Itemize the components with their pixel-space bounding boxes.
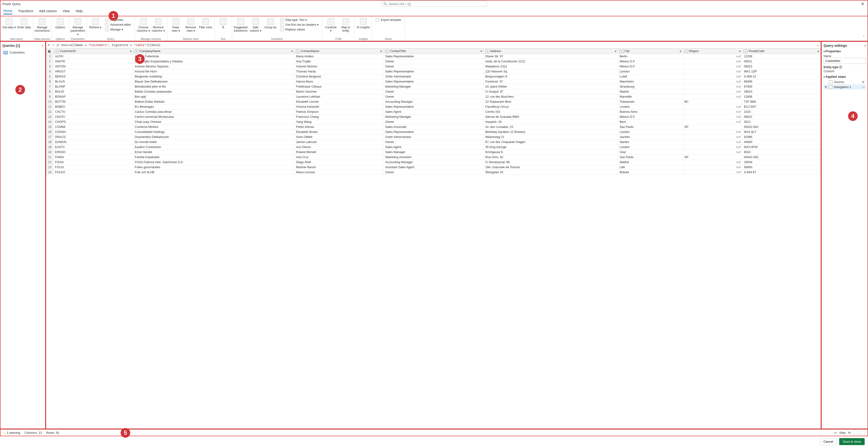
ribbon-btn-use-first-row-as-headers-[interactable]: Use first row as headers ▾ bbox=[279, 23, 320, 27]
cell[interactable]: Frédérique Citeaux bbox=[294, 84, 384, 89]
cell[interactable]: null bbox=[683, 150, 742, 155]
filter-icon[interactable]: ▾ bbox=[615, 49, 617, 53]
cell[interactable]: Antonio Moreno Taquería bbox=[133, 64, 294, 69]
cell[interactable]: London bbox=[618, 69, 683, 74]
cell[interactable]: Sales Representative bbox=[384, 79, 484, 84]
tab-transform[interactable]: Transform bbox=[18, 9, 33, 14]
table-row[interactable]: 22FISSAFISSA Fabrica Inter. Salchichas S… bbox=[46, 160, 821, 165]
row-number[interactable]: 8 bbox=[46, 89, 54, 94]
ribbon-btn-group-by[interactable]: Group by bbox=[263, 17, 278, 30]
row-number[interactable]: 23 bbox=[46, 165, 54, 170]
ribbon-btn-data-type-text-[interactable]: Data type: Text ▾ bbox=[279, 18, 320, 22]
cell[interactable]: null bbox=[683, 59, 742, 64]
cell[interactable]: Owner bbox=[384, 59, 484, 64]
ribbon-btn-remove-columns-[interactable]: Remove columns ▾ bbox=[151, 17, 165, 34]
cell[interactable]: 3012 bbox=[742, 119, 821, 125]
cell[interactable]: CHOPS bbox=[54, 119, 133, 125]
cell[interactable]: Diego Roel bbox=[294, 160, 384, 165]
cell[interactable]: 05022 bbox=[742, 114, 821, 119]
cell[interactable]: Sales Representative bbox=[384, 130, 484, 135]
tab-help[interactable]: Help bbox=[76, 9, 83, 14]
row-number[interactable]: 10 bbox=[46, 99, 54, 104]
cell[interactable]: Sierras de Granada 9993 bbox=[484, 114, 618, 119]
cell[interactable]: Roland Mendel bbox=[294, 150, 384, 155]
cell[interactable]: London bbox=[618, 145, 683, 150]
row-number[interactable]: 11 bbox=[46, 104, 54, 109]
cell[interactable]: null bbox=[683, 170, 742, 175]
cell[interactable]: Yang Wang bbox=[294, 119, 384, 125]
cell[interactable]: 67000 bbox=[742, 84, 821, 89]
cell[interactable]: 05023 bbox=[742, 64, 821, 69]
fx-icon[interactable]: fx bbox=[57, 43, 59, 47]
cell[interactable]: C/ Moralzarzal, 86 bbox=[484, 160, 618, 165]
cell[interactable]: Bern bbox=[618, 119, 683, 125]
cell[interactable]: WX1 6LT bbox=[742, 130, 821, 135]
cell[interactable]: 184, chaussée de Tournai bbox=[484, 165, 618, 170]
cell[interactable]: BOTTM bbox=[54, 99, 133, 104]
cell[interactable]: BOLID bbox=[54, 89, 133, 94]
cell[interactable]: Maria Larsson bbox=[294, 170, 384, 175]
cell[interactable]: London bbox=[618, 130, 683, 135]
collapse-settings-icon[interactable]: › bbox=[864, 44, 866, 47]
ribbon-btn-combine-[interactable]: Combine ▾ bbox=[323, 17, 338, 34]
diagram-view-icon[interactable]: ⇆ bbox=[848, 431, 851, 435]
cell[interactable]: 23 Tsawassen Blvd. bbox=[484, 99, 618, 104]
cell[interactable]: EASTC bbox=[54, 145, 133, 150]
cell[interactable]: Obere Str. 57 bbox=[484, 54, 618, 59]
ribbon-btn-get-data-[interactable]: Get data ▾ bbox=[2, 17, 16, 30]
filter-icon[interactable]: ▾ bbox=[291, 49, 293, 53]
table-row[interactable]: 5BERGSBerglunds snabbköpChristina Berglu… bbox=[46, 74, 821, 79]
cell[interactable]: EC2 5NT bbox=[742, 104, 821, 109]
table-row[interactable]: 9BONAPBon app'Laurence LebihanOwner12, r… bbox=[46, 94, 821, 99]
cell[interactable]: null bbox=[683, 130, 742, 135]
cell[interactable]: 13008 bbox=[742, 94, 821, 99]
table-row[interactable]: 19EASTCEastern ConnectionAnn DevonSales … bbox=[46, 145, 821, 150]
cell[interactable]: London bbox=[618, 104, 683, 109]
row-number[interactable]: 1 bbox=[46, 54, 54, 59]
tab-home[interactable]: Home bbox=[3, 9, 12, 14]
column-header-region[interactable]: ARegion▾ bbox=[683, 49, 742, 54]
row-number[interactable]: 9 bbox=[46, 94, 54, 99]
column-header-customerid[interactable]: ACustomerID▾ bbox=[54, 49, 133, 54]
cell[interactable]: Francisco Chang bbox=[294, 114, 384, 119]
cell[interactable]: Ana Trujillo Emparedados y helados bbox=[133, 59, 294, 64]
cell[interactable]: null bbox=[683, 165, 742, 170]
row-number[interactable]: 2 bbox=[46, 59, 54, 64]
ribbon-btn-filter-rows[interactable]: Filter rows bbox=[198, 17, 213, 30]
column-header-address[interactable]: AAddress▾ bbox=[484, 49, 618, 54]
cell[interactable]: Familia Arquibaldo bbox=[133, 155, 294, 160]
close-icon[interactable]: ✕ bbox=[860, 2, 866, 6]
cell[interactable]: Cactus Comidas para llevar bbox=[133, 109, 294, 114]
cell[interactable]: Order Administrator bbox=[384, 135, 484, 140]
table-row[interactable]: 10BOTTMBottom-Dollar MarketsElizabeth Li… bbox=[46, 99, 821, 104]
cell[interactable]: Patricio Simpson bbox=[294, 109, 384, 114]
cell[interactable]: CENTC bbox=[54, 114, 133, 119]
collapse-ribbon-icon[interactable]: ˄ bbox=[863, 35, 865, 39]
step-options-icon[interactable]: ▭ bbox=[862, 85, 865, 89]
filter-icon[interactable]: ▾ bbox=[739, 49, 741, 53]
cell[interactable]: S-958 22 bbox=[742, 74, 821, 79]
cell[interactable]: Blauer See Delikatessen bbox=[133, 79, 294, 84]
cell[interactable]: T2F 8M4 bbox=[742, 99, 821, 104]
table-row[interactable]: 15COMMIComércio MineiroPedro AfonsoSales… bbox=[46, 125, 821, 130]
cell[interactable]: Hauptstr. 29 bbox=[484, 119, 618, 125]
cell[interactable]: 05442-030 bbox=[742, 155, 821, 160]
row-number[interactable]: 18 bbox=[46, 140, 54, 145]
applied-step[interactable]: Source⚙ bbox=[824, 79, 866, 84]
ribbon-btn-properties[interactable]: Properties bbox=[104, 18, 132, 22]
cell[interactable]: BC bbox=[683, 99, 742, 104]
row-number[interactable]: 12 bbox=[46, 109, 54, 114]
cell[interactable]: Madrid bbox=[618, 160, 683, 165]
data-grid-scroll[interactable]: ▦ACustomerID▾ACompanyName▾AContactName▾A… bbox=[46, 48, 821, 428]
cell[interactable]: Folies gourmandes bbox=[133, 165, 294, 170]
cell[interactable]: Bottom-Dollar Markets bbox=[133, 99, 294, 104]
cell[interactable]: México D.F. bbox=[618, 59, 683, 64]
ribbon-btn-advanced-editor[interactable]: Advanced editor bbox=[104, 23, 132, 27]
cell[interactable]: Accounting Manager bbox=[384, 99, 484, 104]
filter-icon[interactable]: ▾ bbox=[130, 49, 132, 53]
cell[interactable]: Sao Paulo bbox=[618, 155, 683, 160]
row-number[interactable]: 3 bbox=[46, 64, 54, 69]
ribbon-btn-choose-columns-[interactable]: Choose columns ▾ bbox=[136, 17, 151, 34]
ribbon-btn-enter-data[interactable]: Enter data bbox=[17, 17, 31, 30]
cell[interactable]: BSBEV bbox=[54, 104, 133, 109]
